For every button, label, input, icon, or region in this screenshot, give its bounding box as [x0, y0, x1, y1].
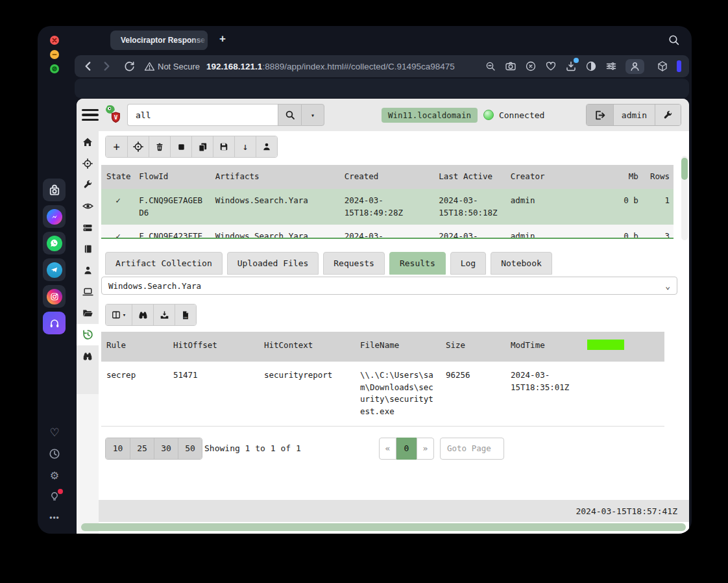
tab-search-icon[interactable] — [668, 34, 680, 46]
user-menu-button[interactable]: admin — [613, 105, 655, 125]
tab-artifact-collection[interactable]: Artifact Collection — [105, 252, 223, 275]
copy-button[interactable] — [191, 136, 213, 157]
artifact-select[interactable]: Windows.Search.Yara ⌄ — [101, 277, 677, 295]
new-collection-button[interactable]: + — [106, 136, 127, 157]
chevron-down-icon: ⌄ — [665, 281, 670, 291]
favorite-heart-icon[interactable] — [545, 60, 557, 72]
logout-button[interactable] — [587, 105, 613, 125]
minimize-icon[interactable] — [50, 50, 59, 59]
instagram-icon[interactable] — [43, 285, 66, 308]
download-results-button[interactable] — [153, 304, 175, 325]
search-dropdown-button[interactable]: ▾ — [301, 104, 324, 126]
csv-export-button[interactable]: csv — [175, 304, 196, 325]
tab-notebook[interactable]: Notebook — [491, 252, 552, 275]
download-button[interactable]: ↓ — [234, 136, 256, 157]
sidebar-eye-icon[interactable] — [77, 195, 99, 217]
horizontal-scrollbar[interactable] — [81, 523, 686, 531]
reload-icon[interactable] — [124, 61, 135, 72]
back-icon[interactable] — [82, 60, 94, 72]
more-ellipsis-icon[interactable]: ••• — [48, 512, 61, 525]
highlight-annotation — [587, 340, 624, 350]
favorites-heart-icon[interactable]: ♡ — [48, 426, 61, 439]
velociraptor-logo[interactable]: V — [104, 104, 121, 126]
sidebar-notebook-icon[interactable] — [77, 238, 99, 260]
messenger-icon[interactable] — [43, 205, 66, 228]
next-page-button[interactable]: » — [417, 438, 434, 460]
prev-page-button[interactable]: « — [379, 438, 396, 460]
shield-block-icon[interactable] — [525, 60, 537, 72]
sidebar-collected-history-icon[interactable] — [77, 324, 99, 345]
col-mb: Mb — [603, 165, 642, 189]
search-button[interactable] — [278, 104, 301, 126]
stop-button[interactable] — [170, 136, 191, 157]
forward-icon[interactable] — [101, 60, 112, 72]
zoom-out-icon[interactable] — [485, 60, 496, 72]
flow-row[interactable]: ✓ F.CNQ9E423FTEJ Windows.Search.Yara 202… — [101, 225, 673, 239]
delete-trash-button[interactable] — [149, 136, 170, 157]
screenshot-camera-icon[interactable] — [505, 60, 516, 72]
downloads-icon[interactable] — [565, 60, 577, 72]
zoom-icon[interactable] — [50, 64, 59, 73]
url-host: 192.168.121.1 — [206, 62, 262, 71]
telegram-icon[interactable] — [43, 258, 66, 281]
goto-page-input[interactable] — [440, 438, 504, 460]
theme-toggle-icon[interactable] — [585, 60, 597, 72]
sidebar-user-icon[interactable] — [77, 260, 99, 281]
flow-row-selected[interactable]: ✓ F.CNQ9GE7AGEBD6 Windows.Search.Yara 20… — [101, 189, 673, 225]
binoculars-search-button[interactable] — [132, 304, 153, 325]
whatsapp-icon[interactable] — [43, 232, 66, 254]
col-flowid: FlowId — [134, 165, 210, 189]
browser-tab[interactable]: V Velociraptor Response a — [110, 31, 208, 50]
sidebar-server-icon[interactable] — [77, 217, 99, 238]
new-tab-button[interactable]: + — [219, 32, 226, 45]
sidebar-hunt-crosshair-icon[interactable] — [77, 153, 99, 174]
headphones-app-icon[interactable] — [43, 312, 66, 334]
save-button[interactable] — [213, 136, 234, 157]
hamburger-menu-icon[interactable] — [82, 109, 99, 121]
col-filename: FileName — [355, 332, 441, 362]
vertical-scrollbar[interactable] — [681, 156, 688, 240]
columns-button[interactable]: ▾ — [106, 304, 132, 325]
page-size-30[interactable]: 30 — [154, 438, 178, 459]
scrollbar-thumb[interactable] — [681, 158, 688, 180]
lightbulb-icon[interactable] — [48, 490, 61, 503]
profile-icon[interactable] — [625, 59, 644, 74]
settings-gear-icon[interactable]: ⚙ — [48, 469, 61, 482]
sidebar-host-laptop-icon[interactable] — [77, 281, 99, 303]
app-store-icon[interactable] — [43, 179, 66, 201]
page-size-50[interactable]: 50 — [178, 438, 202, 459]
extension-cube-icon[interactable] — [657, 60, 668, 72]
extension-pin-bar[interactable] — [677, 60, 681, 72]
result-row[interactable]: secrep 51471 securityreport \\.\C:\Users… — [101, 362, 664, 426]
tab-results[interactable]: Results — [389, 252, 446, 275]
sidebar-search-binoculars-icon[interactable] — [77, 345, 99, 367]
sidebar-home-icon[interactable] — [77, 131, 99, 153]
col-rule: Rule — [101, 332, 168, 362]
hunt-crosshair-button[interactable] — [127, 136, 149, 157]
page-size-10[interactable]: 10 — [106, 438, 130, 459]
artifact-select-value: Windows.Search.Yara — [108, 281, 201, 291]
sidebar-wrench-icon[interactable] — [77, 174, 99, 195]
user-settings-wrench-button[interactable] — [655, 105, 681, 125]
pagination: 10 25 30 50 Showing 1 to 1 of 1 « 0 » — [105, 438, 689, 460]
col-state: State — [101, 165, 134, 189]
host-badge[interactable]: Win11.localdomain — [382, 108, 478, 123]
tab-log[interactable]: Log — [450, 252, 486, 275]
sidebar-files-folder-icon[interactable] — [77, 303, 99, 324]
collapsed-panel — [75, 79, 689, 98]
col-last-active: Last Active — [433, 165, 505, 189]
close-icon[interactable] — [50, 36, 59, 45]
app-navbar: V ▾ Win11.localdomain Connected admin — [77, 99, 689, 131]
connected-dot-icon — [483, 110, 494, 120]
current-page-button[interactable]: 0 — [396, 438, 417, 460]
client-search-input[interactable] — [127, 104, 278, 126]
tab-uploaded-files[interactable]: Uploaded Files — [227, 252, 319, 275]
user-button[interactable] — [256, 136, 277, 157]
url-text[interactable]: 192.168.121.1:8889/app/index.html#/colle… — [206, 62, 455, 71]
tab-requests[interactable]: Requests — [323, 252, 385, 275]
page-size-25[interactable]: 25 — [130, 438, 154, 459]
sliders-icon[interactable] — [605, 60, 617, 72]
traffic-lights — [50, 36, 59, 73]
connection-status: Connected — [483, 110, 544, 120]
history-clock-icon[interactable] — [48, 447, 61, 460]
